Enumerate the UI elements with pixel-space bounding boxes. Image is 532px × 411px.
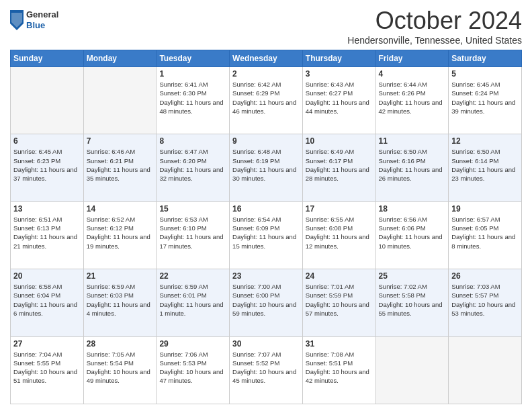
calendar-cell [375, 336, 449, 404]
day-info: Sunrise: 6:44 AM Sunset: 6:26 PM Dayligh… [379, 80, 446, 116]
day-number: 28 [87, 339, 154, 349]
day-number: 16 [232, 204, 300, 214]
calendar-cell: 31Sunrise: 7:08 AM Sunset: 5:51 PM Dayli… [302, 336, 375, 404]
calendar-cell: 12Sunrise: 6:50 AM Sunset: 6:14 PM Dayli… [449, 134, 522, 201]
logo-general-text: General [26, 9, 58, 20]
weekday-header-saturday: Saturday [449, 50, 522, 67]
day-info: Sunrise: 6:41 AM Sunset: 6:30 PM Dayligh… [159, 80, 226, 116]
day-number: 29 [159, 339, 226, 349]
week-row-5: 27Sunrise: 7:04 AM Sunset: 5:55 PM Dayli… [11, 336, 522, 404]
day-info: Sunrise: 7:01 AM Sunset: 5:59 PM Dayligh… [306, 282, 373, 318]
day-number: 24 [306, 271, 373, 281]
logo-blue-text: Blue [26, 20, 58, 31]
title-block: October 2024 Hendersonville, Tennessee, … [347, 7, 522, 46]
day-number: 27 [13, 339, 81, 349]
week-row-3: 13Sunrise: 6:51 AM Sunset: 6:13 PM Dayli… [11, 201, 522, 269]
calendar-cell: 16Sunrise: 6:54 AM Sunset: 6:09 PM Dayli… [230, 201, 303, 269]
day-info: Sunrise: 7:06 AM Sunset: 5:53 PM Dayligh… [159, 350, 226, 385]
logo: General Blue [10, 9, 58, 30]
day-number: 3 [306, 69, 373, 79]
calendar-cell: 7Sunrise: 6:46 AM Sunset: 6:21 PM Daylig… [83, 134, 157, 201]
weekday-header-friday: Friday [375, 50, 449, 67]
calendar-cell: 5Sunrise: 6:45 AM Sunset: 6:24 PM Daylig… [449, 67, 522, 134]
week-row-1: 1Sunrise: 6:41 AM Sunset: 6:30 PM Daylig… [11, 67, 522, 134]
location: Hendersonville, Tennessee, United States [347, 35, 522, 46]
week-row-4: 20Sunrise: 6:58 AM Sunset: 6:04 PM Dayli… [11, 269, 522, 336]
day-info: Sunrise: 6:43 AM Sunset: 6:27 PM Dayligh… [306, 80, 373, 116]
weekday-header-tuesday: Tuesday [157, 50, 230, 67]
day-number: 14 [87, 204, 154, 214]
calendar-cell: 19Sunrise: 6:57 AM Sunset: 6:05 PM Dayli… [449, 201, 522, 269]
calendar-cell: 18Sunrise: 6:56 AM Sunset: 6:06 PM Dayli… [375, 201, 449, 269]
day-info: Sunrise: 7:00 AM Sunset: 6:00 PM Dayligh… [232, 282, 300, 318]
day-info: Sunrise: 6:54 AM Sunset: 6:09 PM Dayligh… [232, 215, 300, 250]
calendar-cell: 17Sunrise: 6:55 AM Sunset: 6:08 PM Dayli… [302, 201, 375, 269]
day-number: 22 [159, 271, 226, 281]
day-info: Sunrise: 6:46 AM Sunset: 6:21 PM Dayligh… [87, 147, 154, 183]
day-number: 19 [451, 204, 519, 214]
calendar-cell: 9Sunrise: 6:48 AM Sunset: 6:19 PM Daylig… [230, 134, 303, 201]
calendar-cell: 11Sunrise: 6:50 AM Sunset: 6:16 PM Dayli… [375, 134, 449, 201]
day-number: 13 [13, 204, 81, 214]
day-info: Sunrise: 6:56 AM Sunset: 6:06 PM Dayligh… [379, 215, 446, 250]
day-number: 5 [451, 69, 519, 79]
calendar-cell: 30Sunrise: 7:07 AM Sunset: 5:52 PM Dayli… [230, 336, 303, 404]
calendar-cell: 22Sunrise: 6:59 AM Sunset: 6:01 PM Dayli… [157, 269, 230, 336]
month-title: October 2024 [347, 7, 522, 35]
logo-icon [10, 10, 24, 30]
day-info: Sunrise: 6:49 AM Sunset: 6:17 PM Dayligh… [306, 147, 373, 183]
day-info: Sunrise: 7:04 AM Sunset: 5:55 PM Dayligh… [13, 350, 81, 385]
day-info: Sunrise: 7:02 AM Sunset: 5:58 PM Dayligh… [379, 282, 446, 318]
day-info: Sunrise: 6:59 AM Sunset: 6:01 PM Dayligh… [159, 282, 226, 318]
day-number: 18 [379, 204, 446, 214]
day-number: 7 [87, 136, 154, 146]
week-row-2: 6Sunrise: 6:45 AM Sunset: 6:23 PM Daylig… [11, 134, 522, 201]
day-info: Sunrise: 6:50 AM Sunset: 6:14 PM Dayligh… [451, 147, 519, 183]
calendar-cell: 27Sunrise: 7:04 AM Sunset: 5:55 PM Dayli… [11, 336, 84, 404]
day-info: Sunrise: 7:07 AM Sunset: 5:52 PM Dayligh… [232, 350, 300, 385]
day-number: 21 [87, 271, 154, 281]
day-info: Sunrise: 6:45 AM Sunset: 6:23 PM Dayligh… [13, 147, 81, 183]
day-number: 25 [379, 271, 446, 281]
day-info: Sunrise: 6:47 AM Sunset: 6:20 PM Dayligh… [159, 147, 226, 183]
weekday-header-monday: Monday [83, 50, 157, 67]
calendar-cell: 10Sunrise: 6:49 AM Sunset: 6:17 PM Dayli… [302, 134, 375, 201]
calendar-cell: 25Sunrise: 7:02 AM Sunset: 5:58 PM Dayli… [375, 269, 449, 336]
calendar-cell: 28Sunrise: 7:05 AM Sunset: 5:54 PM Dayli… [83, 336, 157, 404]
calendar-cell [11, 67, 84, 134]
day-info: Sunrise: 7:05 AM Sunset: 5:54 PM Dayligh… [87, 350, 154, 385]
calendar-cell: 2Sunrise: 6:42 AM Sunset: 6:29 PM Daylig… [230, 67, 303, 134]
day-info: Sunrise: 7:03 AM Sunset: 5:57 PM Dayligh… [451, 282, 519, 318]
calendar-cell: 23Sunrise: 7:00 AM Sunset: 6:00 PM Dayli… [230, 269, 303, 336]
calendar-cell: 24Sunrise: 7:01 AM Sunset: 5:59 PM Dayli… [302, 269, 375, 336]
weekday-header-thursday: Thursday [302, 50, 375, 67]
day-info: Sunrise: 6:58 AM Sunset: 6:04 PM Dayligh… [13, 282, 81, 318]
calendar-cell: 1Sunrise: 6:41 AM Sunset: 6:30 PM Daylig… [157, 67, 230, 134]
day-number: 31 [306, 339, 373, 349]
day-number: 26 [451, 271, 519, 281]
day-info: Sunrise: 6:52 AM Sunset: 6:12 PM Dayligh… [87, 215, 154, 250]
day-number: 23 [232, 271, 300, 281]
calendar-cell: 4Sunrise: 6:44 AM Sunset: 6:26 PM Daylig… [375, 67, 449, 134]
calendar-cell: 15Sunrise: 6:53 AM Sunset: 6:10 PM Dayli… [157, 201, 230, 269]
day-number: 9 [232, 136, 300, 146]
day-number: 2 [232, 69, 300, 79]
day-info: Sunrise: 6:42 AM Sunset: 6:29 PM Dayligh… [232, 80, 300, 116]
day-number: 8 [159, 136, 226, 146]
day-info: Sunrise: 6:53 AM Sunset: 6:10 PM Dayligh… [159, 215, 226, 250]
day-number: 12 [451, 136, 519, 146]
calendar-cell [83, 67, 157, 134]
day-info: Sunrise: 6:45 AM Sunset: 6:24 PM Dayligh… [451, 80, 519, 116]
weekday-header-sunday: Sunday [11, 50, 84, 67]
day-info: Sunrise: 6:48 AM Sunset: 6:19 PM Dayligh… [232, 147, 300, 183]
calendar-cell: 20Sunrise: 6:58 AM Sunset: 6:04 PM Dayli… [11, 269, 84, 336]
day-number: 11 [379, 136, 446, 146]
day-info: Sunrise: 7:08 AM Sunset: 5:51 PM Dayligh… [306, 350, 373, 385]
day-info: Sunrise: 6:59 AM Sunset: 6:03 PM Dayligh… [87, 282, 154, 318]
day-number: 10 [306, 136, 373, 146]
calendar-cell: 21Sunrise: 6:59 AM Sunset: 6:03 PM Dayli… [83, 269, 157, 336]
calendar-cell: 26Sunrise: 7:03 AM Sunset: 5:57 PM Dayli… [449, 269, 522, 336]
day-number: 1 [159, 69, 226, 79]
calendar-cell: 29Sunrise: 7:06 AM Sunset: 5:53 PM Dayli… [157, 336, 230, 404]
calendar-cell: 14Sunrise: 6:52 AM Sunset: 6:12 PM Dayli… [83, 201, 157, 269]
